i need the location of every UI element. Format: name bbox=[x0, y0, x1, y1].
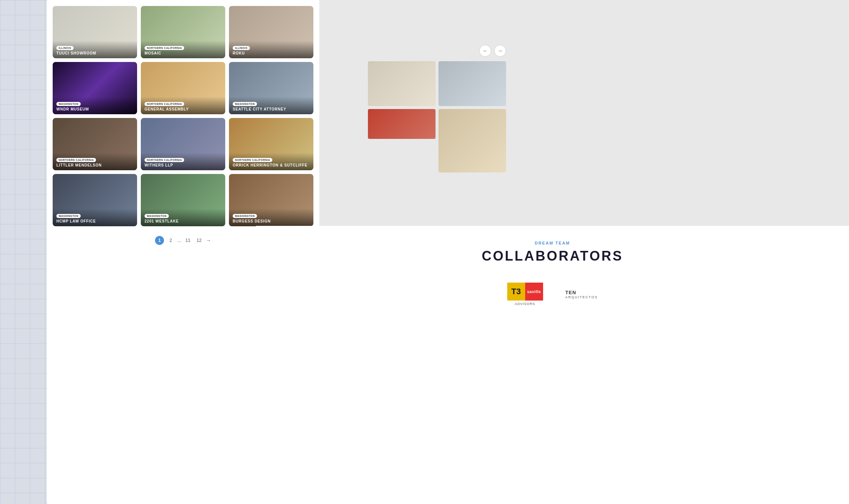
project-card-seattle[interactable]: Washington Seattle City Attorney bbox=[229, 62, 313, 114]
ten-arquitectos-subtitle: ARQUITECTOS bbox=[566, 295, 598, 299]
project-card-mosaic[interactable]: Northern California Mosaic bbox=[141, 6, 225, 58]
card-title-roku: Roku bbox=[233, 51, 310, 55]
card-overlay: Illinois Roku bbox=[229, 41, 313, 58]
collaborators-section: Dream Team COLLABORATORS T3 savills Advi… bbox=[256, 226, 849, 504]
card-tag-seattle: Washington bbox=[233, 102, 257, 106]
project-card-wndr[interactable]: Washington WNDR Museum bbox=[53, 62, 137, 114]
project-card-ga[interactable]: Northern California General Assembly bbox=[141, 62, 225, 114]
project-card-withers[interactable]: Northern California Withers LLP bbox=[141, 118, 225, 170]
card-tag-mosaic: Northern California bbox=[145, 46, 184, 50]
t3-advisors-label: Advisors bbox=[507, 302, 543, 306]
card-title-orrick: Orrick Herrington & Sutcliffe bbox=[233, 163, 310, 167]
page-next-arrow[interactable]: → bbox=[206, 237, 211, 243]
card-tag-orrick: Northern California bbox=[233, 158, 272, 162]
t3-savills-logo: T3 savills Advisors bbox=[507, 283, 543, 306]
page-btn-2[interactable]: 2 bbox=[166, 236, 175, 245]
card-title-hcmp: HCMP Law Office bbox=[56, 219, 133, 223]
gallery-image-classroom[interactable] bbox=[439, 61, 506, 106]
card-overlay: Washington Burgess Design bbox=[229, 209, 313, 226]
ten-arquitectos-text: TEN ARQUITECTOS bbox=[566, 290, 598, 299]
card-title-tuuci: Tuuci Showroom bbox=[56, 51, 133, 55]
gallery-img-classroom-placeholder bbox=[439, 61, 506, 106]
logos-row: T3 savills Advisors TEN ARQUITECTOS bbox=[278, 283, 827, 306]
card-overlay: Washington WNDR Museum bbox=[53, 97, 137, 114]
gallery-image-cafe[interactable] bbox=[368, 109, 436, 172]
card-overlay: Washington HCMP Law Office bbox=[53, 209, 137, 226]
gallery-image-lobby[interactable] bbox=[439, 109, 506, 172]
t3-box: T3 bbox=[507, 283, 525, 301]
gallery-next-button[interactable]: → bbox=[494, 45, 506, 57]
card-title-wndr: WNDR Museum bbox=[56, 107, 133, 111]
card-title-burgess: Burgess Design bbox=[233, 219, 310, 223]
gallery-nav: ← → bbox=[368, 45, 506, 57]
ten-arquitectos-logo: TEN ARQUITECTOS bbox=[566, 290, 598, 299]
logo-t3-combined: T3 savills bbox=[507, 283, 543, 301]
project-card-hcmp[interactable]: Washington HCMP Law Office bbox=[53, 174, 137, 226]
gallery-img-meeting-placeholder bbox=[368, 61, 436, 106]
card-overlay: Illinois Tuuci Showroom bbox=[53, 41, 137, 58]
card-title-littler: Littler Mendelson bbox=[56, 163, 133, 167]
savills-box: savills bbox=[525, 283, 543, 301]
card-tag-burgess: Washington bbox=[233, 214, 257, 218]
project-card-burgess[interactable]: Washington Burgess Design bbox=[229, 174, 313, 226]
card-title-westlake: 2201 Westlake bbox=[145, 219, 221, 223]
gallery-prev-button[interactable]: ← bbox=[479, 45, 491, 57]
project-card-littler[interactable]: Northern California Littler Mendelson bbox=[53, 118, 137, 170]
card-overlay: Northern California Orrick Herrington & … bbox=[229, 153, 313, 170]
card-overlay: Northern California General Assembly bbox=[141, 97, 225, 114]
card-overlay: Washington 2201 Westlake bbox=[141, 209, 225, 226]
card-tag-hcmp: Washington bbox=[56, 214, 81, 218]
project-card-orrick[interactable]: Northern California Orrick Herrington & … bbox=[229, 118, 313, 170]
gallery-panel: ← → bbox=[368, 0, 506, 172]
main-content: Illinois Tuuci Showroom Northern Califor… bbox=[47, 0, 849, 504]
card-tag-ga: Northern California bbox=[145, 102, 184, 106]
card-overlay: Northern California Mosaic bbox=[141, 41, 225, 58]
page-btn-12[interactable]: 12 bbox=[195, 236, 204, 245]
gallery-img-lobby-placeholder bbox=[439, 109, 506, 172]
card-title-seattle: Seattle City Attorney bbox=[233, 107, 310, 111]
card-tag-roku: Illinois bbox=[233, 46, 250, 50]
card-tag-westlake: Washington bbox=[145, 214, 169, 218]
gallery-image-meeting[interactable] bbox=[368, 61, 436, 106]
card-title-withers: Withers LLP bbox=[145, 163, 221, 167]
page-btn-11[interactable]: 11 bbox=[183, 236, 192, 245]
page-dots: ... bbox=[177, 238, 181, 243]
card-title-mosaic: Mosaic bbox=[145, 51, 221, 55]
gallery-img-cafe-placeholder bbox=[368, 109, 436, 139]
project-card-roku[interactable]: Illinois Roku bbox=[229, 6, 313, 58]
project-card-tuuci[interactable]: Illinois Tuuci Showroom bbox=[53, 6, 137, 58]
card-tag-wndr: Washington bbox=[56, 102, 81, 106]
card-title-ga: General Assembly bbox=[145, 107, 221, 111]
projects-grid: Illinois Tuuci Showroom Northern Califor… bbox=[53, 6, 313, 226]
project-card-westlake[interactable]: Washington 2201 Westlake bbox=[141, 174, 225, 226]
gallery-grid bbox=[368, 61, 506, 172]
card-overlay: Northern California Withers LLP bbox=[141, 153, 225, 170]
card-tag-tuuci: Illinois bbox=[56, 46, 74, 50]
card-tag-littler: Northern California bbox=[56, 158, 96, 162]
collaborators-title: COLLABORATORS bbox=[278, 248, 827, 264]
dream-team-label: Dream Team bbox=[278, 241, 827, 245]
card-tag-withers: Northern California bbox=[145, 158, 184, 162]
card-overlay: Washington Seattle City Attorney bbox=[229, 97, 313, 114]
page-btn-1[interactable]: 1 bbox=[155, 236, 164, 245]
card-overlay: Northern California Littler Mendelson bbox=[53, 153, 137, 170]
